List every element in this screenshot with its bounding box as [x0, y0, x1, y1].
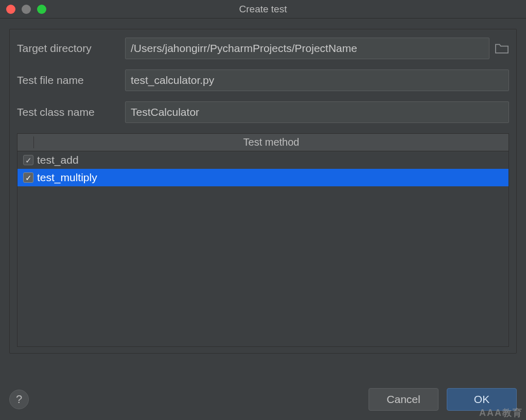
- maximize-window-button[interactable]: [37, 5, 46, 14]
- titlebar: Create test: [0, 0, 526, 19]
- dialog-footer: ? Cancel OK: [9, 388, 517, 411]
- test-class-name-label: Test class name: [17, 106, 125, 118]
- help-button[interactable]: ?: [9, 390, 29, 409]
- test-file-name-row: Test file name: [17, 69, 509, 91]
- test-class-name-row: Test class name: [17, 101, 509, 123]
- browse-folder-icon[interactable]: [495, 43, 509, 54]
- table-header-method: Test method: [34, 136, 509, 148]
- dialog-content: Target directory Test file name Test cla…: [0, 19, 526, 354]
- window-controls: [6, 5, 46, 14]
- method-name: test_multiply: [36, 171, 509, 184]
- method-checkbox[interactable]: ✓: [23, 155, 33, 165]
- form-panel: Target directory Test file name Test cla…: [9, 29, 517, 354]
- close-window-button[interactable]: [6, 5, 15, 14]
- table-row[interactable]: ✓test_add: [17, 151, 509, 169]
- table-row[interactable]: ✓test_multiply: [17, 169, 509, 186]
- test-file-name-label: Test file name: [17, 74, 125, 86]
- window-title: Create test: [0, 4, 526, 15]
- method-checkbox[interactable]: ✓: [23, 172, 33, 183]
- test-class-name-input[interactable]: [125, 101, 509, 123]
- target-directory-row: Target directory: [17, 38, 509, 59]
- ok-button[interactable]: OK: [447, 388, 517, 411]
- minimize-window-button[interactable]: [22, 5, 31, 14]
- table-body: ✓test_add✓test_multiply: [17, 151, 509, 346]
- table-header: Test method: [17, 134, 509, 151]
- target-directory-input[interactable]: [125, 38, 489, 59]
- target-directory-label: Target directory: [17, 42, 125, 55]
- test-methods-table: Test method ✓test_add✓test_multiply: [17, 133, 509, 347]
- test-file-name-input[interactable]: [125, 69, 509, 91]
- method-name: test_add: [36, 154, 509, 166]
- cancel-button[interactable]: Cancel: [369, 388, 439, 411]
